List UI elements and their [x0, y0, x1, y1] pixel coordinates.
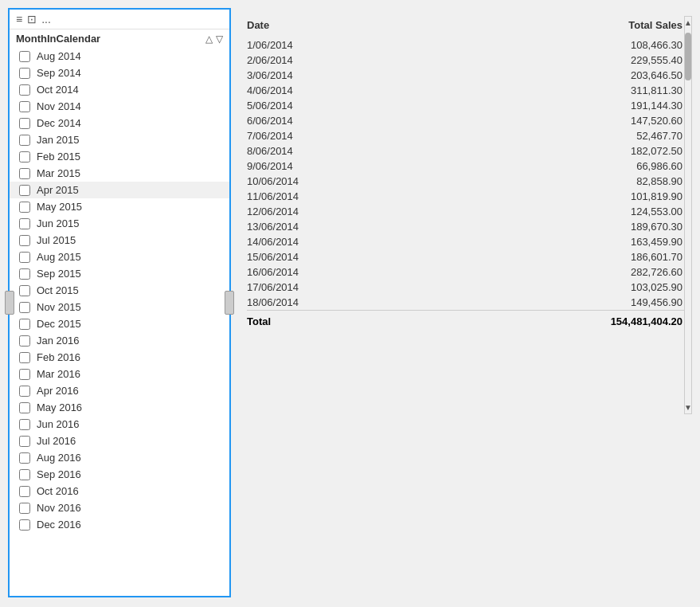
filter-checkbox[interactable] [19, 68, 30, 79]
filter-item-label: Nov 2016 [37, 502, 81, 514]
filter-item[interactable]: Nov 2015 [10, 299, 229, 315]
filter-checkbox[interactable] [19, 218, 30, 229]
filter-checkbox[interactable] [19, 402, 30, 413]
table-row: 3/06/2014203,646.50 [247, 68, 692, 83]
table-cell-date: 12/06/2014 [247, 204, 438, 219]
filter-item[interactable]: Aug 2016 [10, 449, 229, 466]
filter-checkbox[interactable] [19, 101, 30, 112]
filter-item-label: Nov 2014 [37, 100, 81, 112]
table-total-row: Total154,481,404.20 [247, 311, 692, 330]
filter-item[interactable]: Aug 2014 [10, 48, 229, 65]
filter-item[interactable]: Feb 2016 [10, 349, 229, 366]
filter-checkbox[interactable] [19, 386, 30, 397]
filter-item[interactable]: Nov 2016 [10, 499, 229, 516]
filter-item[interactable]: Dec 2014 [10, 115, 229, 131]
filter-checkbox[interactable] [19, 235, 30, 246]
filter-item[interactable]: Sep 2016 [10, 466, 229, 483]
more-icon[interactable]: ... [41, 13, 51, 25]
scroll-down-arrow[interactable]: ▼ [682, 401, 692, 413]
filter-panel-header: ≡ ⊡ ... [10, 10, 229, 29]
filter-checkbox[interactable] [19, 352, 30, 363]
filter-item[interactable]: May 2015 [10, 198, 229, 215]
filter-checkbox[interactable] [19, 118, 30, 129]
filter-checkbox[interactable] [19, 202, 30, 213]
table-cell-sales: 163,459.90 [438, 234, 692, 249]
filter-item[interactable]: Jan 2015 [10, 131, 229, 148]
scroll-thumb[interactable] [685, 33, 691, 80]
filter-checkbox[interactable] [19, 436, 30, 447]
filter-checkbox[interactable] [19, 285, 30, 296]
table-cell-date: 18/06/2014 [247, 295, 438, 311]
scroll-up-arrow[interactable]: ▲ [682, 17, 692, 29]
filter-checkbox[interactable] [19, 185, 30, 196]
table-cell-sales: 149,456.90 [438, 295, 692, 311]
filter-item[interactable]: Jun 2016 [10, 416, 229, 433]
expand-icon[interactable]: ⊡ [27, 13, 37, 25]
filter-item[interactable]: Nov 2014 [10, 98, 229, 115]
filter-checkbox[interactable] [19, 135, 30, 146]
table-row: 5/06/2014191,144.30 [247, 98, 692, 113]
filter-checkbox[interactable] [19, 335, 30, 347]
resize-handle-right[interactable] [225, 291, 234, 315]
filter-item[interactable]: Oct 2014 [10, 81, 229, 98]
filter-checkbox[interactable] [19, 168, 30, 179]
filter-item[interactable]: Mar 2015 [10, 165, 229, 182]
scrollbar-right[interactable]: ▲ ▼ [684, 16, 692, 414]
filter-checkbox[interactable] [19, 319, 30, 330]
filter-item[interactable]: Dec 2015 [10, 315, 229, 332]
filter-item[interactable]: Jan 2016 [10, 332, 229, 349]
filter-item[interactable]: Jul 2016 [10, 433, 229, 449]
filter-item[interactable]: Sep 2014 [10, 65, 229, 81]
table-cell-sales: 124,553.00 [438, 204, 692, 219]
filter-item-label: Mar 2015 [37, 167, 80, 179]
filter-item[interactable]: Feb 2015 [10, 148, 229, 165]
filter-item[interactable]: Oct 2016 [10, 483, 229, 499]
table-cell-sales: 311,811.30 [438, 83, 692, 98]
data-table-wrapper: DateTotal Sales 1/06/2014108,466.302/06/… [247, 16, 692, 414]
filter-checkbox[interactable] [19, 369, 30, 380]
filter-item[interactable]: Mar 2016 [10, 366, 229, 382]
filter-item-label: Mar 2016 [37, 368, 80, 380]
table-cell-date: 17/06/2014 [247, 280, 438, 295]
filter-item-label: Nov 2015 [37, 301, 81, 313]
table-row: 9/06/201466,986.60 [247, 159, 692, 174]
filter-item-label: Aug 2015 [37, 251, 81, 263]
table-cell-date: 14/06/2014 [247, 234, 438, 249]
filter-item-label: Feb 2016 [37, 351, 80, 363]
table-row: 6/06/2014147,520.60 [247, 113, 692, 128]
filter-item-label: May 2015 [37, 201, 82, 213]
table-row: 10/06/201482,858.90 [247, 174, 692, 189]
table-row: 1/06/2014108,466.30 [247, 37, 692, 53]
filter-item[interactable]: Apr 2016 [10, 382, 229, 399]
table-cell-date: 6/06/2014 [247, 113, 438, 128]
filter-item[interactable]: Aug 2015 [10, 249, 229, 265]
filter-checkbox[interactable] [19, 469, 30, 480]
filter-item-label: Oct 2015 [37, 284, 79, 296]
filter-checkbox[interactable] [19, 151, 30, 163]
filter-checkbox[interactable] [19, 519, 30, 531]
filter-title-row: MonthInCalendar △ ▽ [10, 29, 229, 46]
filter-item-label: Apr 2015 [37, 184, 79, 196]
filter-item[interactable]: May 2016 [10, 399, 229, 416]
filter-item[interactable]: Jun 2015 [10, 215, 229, 232]
filter-checkbox[interactable] [19, 302, 30, 313]
filter-item[interactable]: Jul 2015 [10, 232, 229, 249]
filter-checkbox[interactable] [19, 268, 30, 280]
filter-item[interactable]: Dec 2016 [10, 516, 229, 533]
filter-checkbox[interactable] [19, 51, 30, 62]
table-row: 17/06/2014103,025.90 [247, 280, 692, 295]
sort-asc-icon[interactable]: △ [205, 33, 213, 45]
main-container: ≡ ⊡ ... MonthInCalendar △ ▽ Aug 2014Sep … [0, 0, 700, 607]
filter-item-label: Sep 2014 [37, 67, 81, 79]
filter-checkbox[interactable] [19, 503, 30, 514]
sort-desc-icon[interactable]: ▽ [216, 33, 223, 45]
filter-checkbox[interactable] [19, 486, 30, 497]
filter-checkbox[interactable] [19, 452, 30, 464]
filter-checkbox[interactable] [19, 252, 30, 263]
filter-checkbox[interactable] [19, 419, 30, 430]
menu-icon[interactable]: ≡ [16, 13, 22, 25]
filter-item[interactable]: Sep 2015 [10, 265, 229, 282]
filter-item[interactable]: Apr 2015 [10, 182, 229, 198]
filter-item[interactable]: Oct 2015 [10, 282, 229, 299]
filter-checkbox[interactable] [19, 84, 30, 96]
